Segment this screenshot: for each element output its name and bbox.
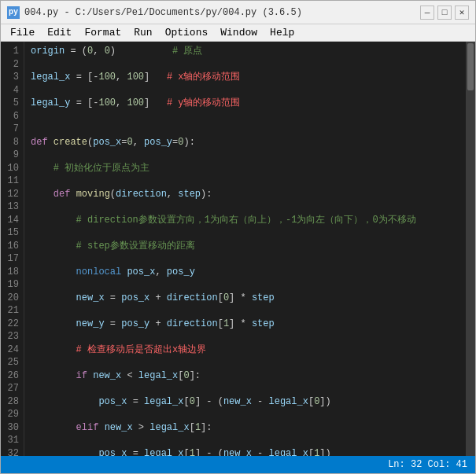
line-numbers: 1 2 3 4 5 6 7 8 9 10 11 12 13 14 15 16 1… [1,42,24,456]
titlebar: py 004.py - C:/Users/Pei/Documents/py/00… [1,1,475,24]
titlebar-controls[interactable]: — □ ✕ [420,6,469,20]
vertical-scrollbar[interactable] [466,42,475,456]
scrollbar-thumb[interactable] [467,43,474,90]
menu-file[interactable]: File [4,24,41,41]
window-title: 004.py - C:/Users/Pei/Documents/py/004.p… [24,7,302,18]
app-icon: py [7,6,20,19]
maximize-button[interactable]: □ [437,6,452,20]
menu-edit[interactable]: Edit [41,24,78,41]
menu-help[interactable]: Help [264,24,301,41]
menubar: File Edit Format Run Options Window Help [1,24,475,42]
cursor-position: Ln: 32 Col: 41 [388,459,467,470]
titlebar-left: py 004.py - C:/Users/Pei/Documents/py/00… [7,6,302,19]
menu-window[interactable]: Window [214,24,264,41]
menu-run[interactable]: Run [127,24,158,41]
editor-container: 1 2 3 4 5 6 7 8 9 10 11 12 13 14 15 16 1… [1,42,475,456]
code-area[interactable]: origin = (0, 0) # 原点 legal_x = [-100, 10… [24,42,466,456]
menu-format[interactable]: Format [78,24,127,41]
statusbar: Ln: 32 Col: 41 [1,456,475,473]
close-button[interactable]: ✕ [455,6,469,20]
menu-options[interactable]: Options [159,24,215,41]
minimize-button[interactable]: — [420,6,434,20]
window: py 004.py - C:/Users/Pei/Documents/py/00… [0,0,476,474]
